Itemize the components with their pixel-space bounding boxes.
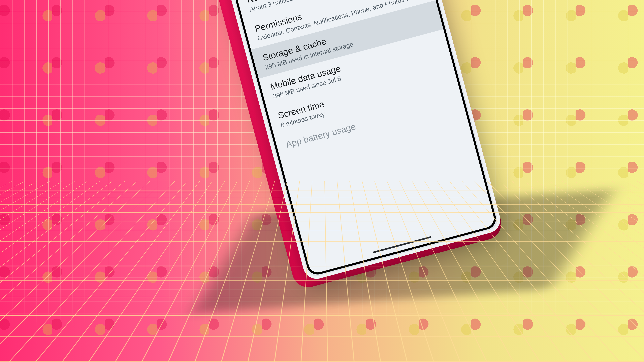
phone-shadow (192, 190, 613, 313)
gesture-bar[interactable] (373, 236, 432, 253)
phone-mockup: Open Disable Force stop (217, 0, 503, 282)
promo-backdrop: Open Disable Force stop (0, 0, 644, 362)
app-info-list: Notifications About 3 notifications per … (236, 0, 494, 265)
